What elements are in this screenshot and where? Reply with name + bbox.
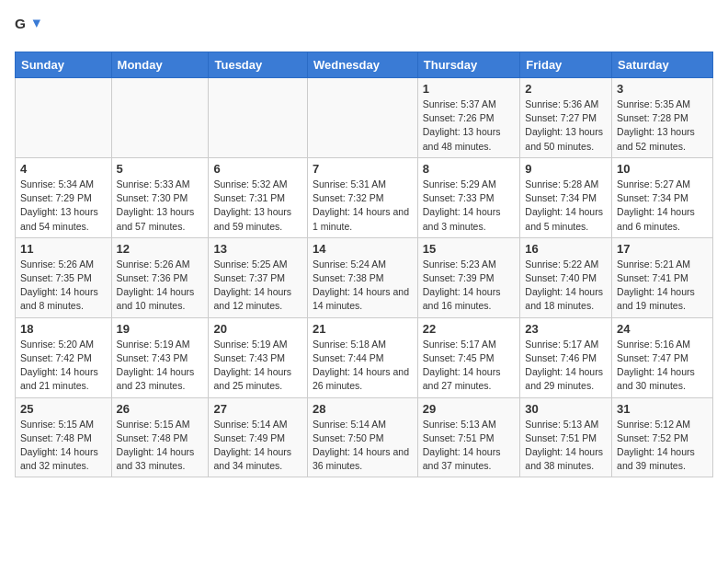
calendar-cell: 7Sunrise: 5:31 AMSunset: 7:32 PMDaylight… xyxy=(307,157,417,237)
day-number: 12 xyxy=(117,242,204,256)
day-number: 13 xyxy=(213,242,302,256)
day-info: Sunrise: 5:15 AMSunset: 7:48 PMDaylight:… xyxy=(117,418,204,474)
day-info: Sunrise: 5:34 AMSunset: 7:29 PMDaylight:… xyxy=(20,178,107,234)
calendar-cell: 15Sunrise: 5:23 AMSunset: 7:39 PMDayligh… xyxy=(417,237,520,317)
day-info: Sunrise: 5:26 AMSunset: 7:36 PMDaylight:… xyxy=(117,258,204,314)
day-number: 6 xyxy=(213,162,302,176)
day-info: Sunrise: 5:18 AMSunset: 7:44 PMDaylight:… xyxy=(313,338,413,394)
day-info: Sunrise: 5:13 AMSunset: 7:51 PMDaylight:… xyxy=(423,418,516,474)
calendar-cell: 28Sunrise: 5:14 AMSunset: 7:50 PMDayligh… xyxy=(307,397,417,477)
weekday-header-saturday: Saturday xyxy=(612,52,713,78)
day-number: 10 xyxy=(617,162,708,176)
day-number: 17 xyxy=(617,242,708,256)
calendar-table: SundayMondayTuesdayWednesdayThursdayFrid… xyxy=(15,52,713,477)
calendar-cell: 25Sunrise: 5:15 AMSunset: 7:48 PMDayligh… xyxy=(16,397,112,477)
logo-icon: G xyxy=(15,15,40,40)
logo: G xyxy=(15,15,46,40)
calendar-cell: 31Sunrise: 5:12 AMSunset: 7:52 PMDayligh… xyxy=(612,397,713,477)
calendar-cell: 2Sunrise: 5:36 AMSunset: 7:27 PMDaylight… xyxy=(520,78,612,158)
weekday-header-wednesday: Wednesday xyxy=(307,52,417,78)
day-number: 15 xyxy=(423,242,516,256)
calendar-cell: 11Sunrise: 5:26 AMSunset: 7:35 PMDayligh… xyxy=(16,237,112,317)
weekday-header-sunday: Sunday xyxy=(16,52,112,78)
calendar-cell: 8Sunrise: 5:29 AMSunset: 7:33 PMDaylight… xyxy=(417,157,520,237)
day-number: 5 xyxy=(117,162,204,176)
day-info: Sunrise: 5:35 AMSunset: 7:28 PMDaylight:… xyxy=(617,98,708,154)
day-info: Sunrise: 5:22 AMSunset: 7:40 PMDaylight:… xyxy=(525,258,607,314)
weekday-header-tuesday: Tuesday xyxy=(209,52,308,78)
day-number: 22 xyxy=(423,322,516,336)
svg-marker-1 xyxy=(33,20,40,28)
calendar-cell: 16Sunrise: 5:22 AMSunset: 7:40 PMDayligh… xyxy=(520,237,612,317)
day-number: 25 xyxy=(20,402,107,416)
day-number: 14 xyxy=(313,242,413,256)
day-info: Sunrise: 5:12 AMSunset: 7:52 PMDaylight:… xyxy=(617,418,708,474)
calendar-cell: 26Sunrise: 5:15 AMSunset: 7:48 PMDayligh… xyxy=(111,397,209,477)
calendar-cell: 30Sunrise: 5:13 AMSunset: 7:51 PMDayligh… xyxy=(520,397,612,477)
calendar-cell: 6Sunrise: 5:32 AMSunset: 7:31 PMDaylight… xyxy=(209,157,308,237)
day-info: Sunrise: 5:14 AMSunset: 7:49 PMDaylight:… xyxy=(213,418,302,474)
calendar-cell xyxy=(307,78,417,158)
day-number: 31 xyxy=(617,402,708,416)
calendar-cell: 29Sunrise: 5:13 AMSunset: 7:51 PMDayligh… xyxy=(417,397,520,477)
calendar-cell: 23Sunrise: 5:17 AMSunset: 7:46 PMDayligh… xyxy=(520,317,612,397)
calendar-cell: 22Sunrise: 5:17 AMSunset: 7:45 PMDayligh… xyxy=(417,317,520,397)
day-number: 24 xyxy=(617,322,708,336)
day-info: Sunrise: 5:26 AMSunset: 7:35 PMDaylight:… xyxy=(20,258,107,314)
calendar-cell: 21Sunrise: 5:18 AMSunset: 7:44 PMDayligh… xyxy=(307,317,417,397)
day-number: 21 xyxy=(313,322,413,336)
page-header: G xyxy=(15,15,713,40)
calendar-cell xyxy=(111,78,209,158)
day-info: Sunrise: 5:15 AMSunset: 7:48 PMDaylight:… xyxy=(20,418,107,474)
day-number: 28 xyxy=(313,402,413,416)
day-number: 19 xyxy=(117,322,204,336)
calendar-cell: 5Sunrise: 5:33 AMSunset: 7:30 PMDaylight… xyxy=(111,157,209,237)
day-number: 4 xyxy=(20,162,107,176)
day-info: Sunrise: 5:20 AMSunset: 7:42 PMDaylight:… xyxy=(20,338,107,394)
day-number: 7 xyxy=(313,162,413,176)
calendar-cell: 19Sunrise: 5:19 AMSunset: 7:43 PMDayligh… xyxy=(111,317,209,397)
day-number: 27 xyxy=(213,402,302,416)
day-info: Sunrise: 5:14 AMSunset: 7:50 PMDaylight:… xyxy=(313,418,413,474)
day-number: 8 xyxy=(423,162,516,176)
day-number: 20 xyxy=(213,322,302,336)
day-info: Sunrise: 5:37 AMSunset: 7:26 PMDaylight:… xyxy=(423,98,516,154)
calendar-cell: 12Sunrise: 5:26 AMSunset: 7:36 PMDayligh… xyxy=(111,237,209,317)
day-info: Sunrise: 5:28 AMSunset: 7:34 PMDaylight:… xyxy=(525,178,607,234)
calendar-cell: 14Sunrise: 5:24 AMSunset: 7:38 PMDayligh… xyxy=(307,237,417,317)
weekday-header-thursday: Thursday xyxy=(417,52,520,78)
calendar-cell xyxy=(16,78,112,158)
day-number: 2 xyxy=(525,82,607,96)
day-info: Sunrise: 5:21 AMSunset: 7:41 PMDaylight:… xyxy=(617,258,708,314)
day-info: Sunrise: 5:36 AMSunset: 7:27 PMDaylight:… xyxy=(525,98,607,154)
day-info: Sunrise: 5:19 AMSunset: 7:43 PMDaylight:… xyxy=(213,338,302,394)
day-info: Sunrise: 5:23 AMSunset: 7:39 PMDaylight:… xyxy=(423,258,516,314)
calendar-cell: 3Sunrise: 5:35 AMSunset: 7:28 PMDaylight… xyxy=(612,78,713,158)
day-info: Sunrise: 5:25 AMSunset: 7:37 PMDaylight:… xyxy=(213,258,302,314)
day-number: 16 xyxy=(525,242,607,256)
calendar-cell: 4Sunrise: 5:34 AMSunset: 7:29 PMDaylight… xyxy=(16,157,112,237)
calendar-cell: 10Sunrise: 5:27 AMSunset: 7:34 PMDayligh… xyxy=(612,157,713,237)
calendar-cell: 27Sunrise: 5:14 AMSunset: 7:49 PMDayligh… xyxy=(209,397,308,477)
day-info: Sunrise: 5:17 AMSunset: 7:46 PMDaylight:… xyxy=(525,338,607,394)
calendar-cell xyxy=(209,78,308,158)
day-number: 30 xyxy=(525,402,607,416)
day-number: 26 xyxy=(117,402,204,416)
svg-text:G: G xyxy=(15,16,26,31)
day-number: 1 xyxy=(423,82,516,96)
day-info: Sunrise: 5:29 AMSunset: 7:33 PMDaylight:… xyxy=(423,178,516,234)
day-info: Sunrise: 5:19 AMSunset: 7:43 PMDaylight:… xyxy=(117,338,204,394)
day-info: Sunrise: 5:24 AMSunset: 7:38 PMDaylight:… xyxy=(313,258,413,314)
day-info: Sunrise: 5:27 AMSunset: 7:34 PMDaylight:… xyxy=(617,178,708,234)
day-number: 9 xyxy=(525,162,607,176)
calendar-cell: 9Sunrise: 5:28 AMSunset: 7:34 PMDaylight… xyxy=(520,157,612,237)
calendar-cell: 20Sunrise: 5:19 AMSunset: 7:43 PMDayligh… xyxy=(209,317,308,397)
day-number: 3 xyxy=(617,82,708,96)
day-info: Sunrise: 5:33 AMSunset: 7:30 PMDaylight:… xyxy=(117,178,204,234)
day-number: 18 xyxy=(20,322,107,336)
weekday-header-monday: Monday xyxy=(111,52,209,78)
day-info: Sunrise: 5:17 AMSunset: 7:45 PMDaylight:… xyxy=(423,338,516,394)
day-number: 11 xyxy=(20,242,107,256)
day-info: Sunrise: 5:16 AMSunset: 7:47 PMDaylight:… xyxy=(617,338,708,394)
calendar-cell: 17Sunrise: 5:21 AMSunset: 7:41 PMDayligh… xyxy=(612,237,713,317)
